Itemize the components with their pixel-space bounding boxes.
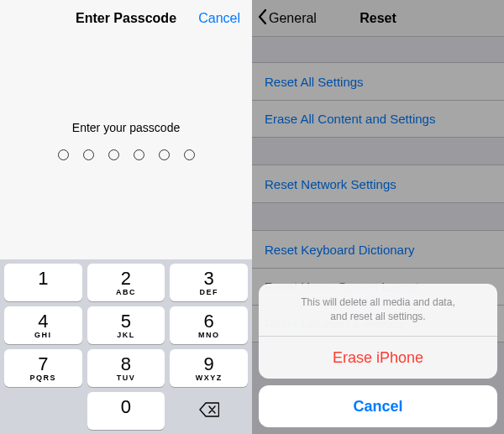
key-label: 0 (121, 398, 131, 416)
key-3[interactable]: 3 DEF (170, 264, 248, 301)
passcode-screen: Enter Passcode Cancel Enter your passcod… (0, 0, 252, 434)
key-2[interactable]: 2 ABC (87, 264, 165, 301)
key-label: 5 (121, 312, 131, 331)
passcode-dot (58, 149, 69, 160)
key-sublabel (41, 289, 45, 296)
key-7[interactable]: 7 PQRS (4, 349, 82, 387)
action-sheet-cancel-button[interactable]: Cancel (259, 385, 497, 427)
numeric-keypad: 1 2 ABC 3 DEF 4 GHI 5 JKL 6 MNO 7 PQRS 8 (0, 259, 252, 434)
key-0[interactable]: 0 (87, 392, 165, 430)
passcode-title: Enter Passcode (76, 11, 176, 26)
message-line: and reset all settings. (276, 310, 480, 324)
key-8[interactable]: 8 TUV (87, 349, 165, 387)
passcode-dot (184, 149, 195, 160)
passcode-prompt: Enter your passcode (72, 121, 180, 134)
passcode-prompt-area: Enter your passcode (0, 37, 252, 160)
key-label: 1 (38, 269, 48, 288)
passcode-dot (134, 149, 144, 160)
key-5[interactable]: 5 JKL (87, 306, 165, 344)
key-sublabel: JKL (117, 332, 135, 339)
key-sublabel: WXYZ (196, 374, 223, 382)
passcode-dots (58, 149, 195, 160)
key-9[interactable]: 9 WXYZ (170, 349, 248, 387)
key-label: 4 (38, 312, 48, 331)
key-1[interactable]: 1 (4, 264, 82, 301)
key-label: 2 (121, 269, 131, 288)
message-line: This will delete all media and data, (276, 295, 480, 310)
key-sublabel: MNO (198, 332, 220, 339)
passcode-dot (159, 149, 170, 160)
key-sublabel (124, 417, 128, 425)
passcode-nav: Enter Passcode Cancel (0, 0, 252, 37)
reset-screen: General Reset Reset All Settings Erase A… (252, 0, 504, 434)
backspace-icon (199, 402, 219, 420)
key-label: 8 (121, 355, 131, 374)
key-sublabel: GHI (34, 332, 52, 339)
key-sublabel: DEF (199, 289, 218, 296)
key-sublabel: TUV (117, 374, 136, 382)
action-sheet-message: This will delete all media and data, and… (259, 284, 497, 337)
key-4[interactable]: 4 GHI (4, 306, 82, 344)
action-sheet: This will delete all media and data, and… (259, 284, 497, 427)
key-label: 3 (204, 269, 214, 288)
key-label: 7 (38, 355, 48, 374)
key-label: 6 (204, 312, 214, 331)
passcode-dot (83, 149, 94, 160)
passcode-cancel-button[interactable]: Cancel (198, 11, 240, 26)
key-sublabel: PQRS (30, 374, 57, 382)
key-blank (4, 392, 82, 430)
action-sheet-panel: This will delete all media and data, and… (259, 284, 497, 379)
key-backspace[interactable] (170, 392, 248, 430)
passcode-dot (108, 149, 119, 160)
key-sublabel: ABC (116, 289, 136, 296)
key-label: 9 (204, 355, 214, 374)
erase-iphone-button[interactable]: Erase iPhone (259, 337, 497, 379)
key-6[interactable]: 6 MNO (170, 306, 248, 344)
